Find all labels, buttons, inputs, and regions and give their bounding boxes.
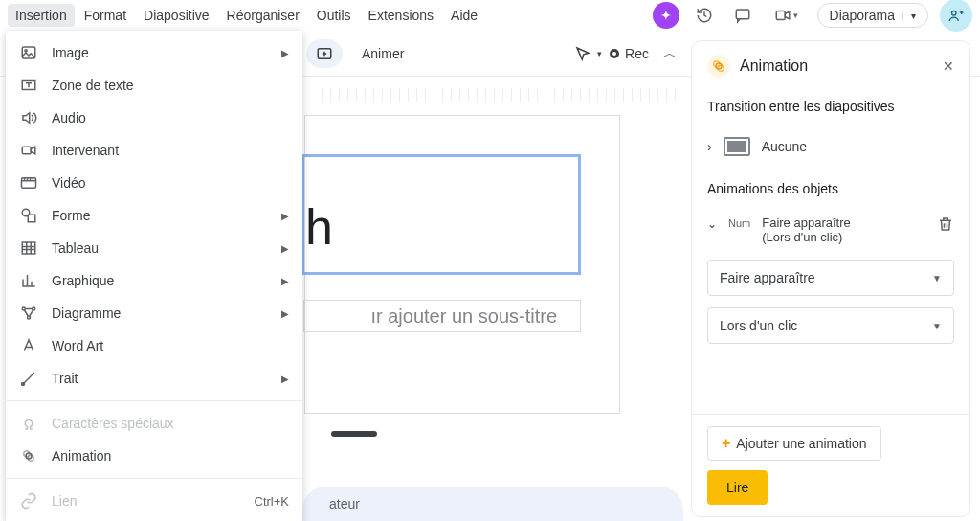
- add-animation-button[interactable]: + Ajouter une animation: [707, 426, 881, 461]
- rec-button[interactable]: Rec: [610, 46, 649, 61]
- animation-panel-body: Transition entre les diapositives › Aucu…: [692, 91, 969, 414]
- menu-format[interactable]: Format: [77, 4, 134, 27]
- diagram-icon: [19, 304, 38, 323]
- trigger-select-value: Lors d'un clic: [720, 318, 797, 333]
- obj-effect-name: Faire apparaître: [762, 215, 925, 230]
- dd-intervenant-label: Intervenant: [52, 143, 289, 158]
- dd-trait[interactable]: Trait ▶: [6, 362, 302, 395]
- animation-header-icon: [707, 55, 730, 78]
- menubar: Insertion Format Diapositive Réorganiser…: [0, 0, 980, 31]
- dd-caracteres-label: Caractères spéciaux: [52, 416, 289, 431]
- svg-marker-2: [785, 11, 790, 19]
- submenu-arrow-icon: ▶: [281, 243, 289, 254]
- subtitle-textbox[interactable]: ır ajouter un sous-titre: [303, 300, 581, 332]
- history-icon[interactable]: [691, 2, 718, 29]
- effect-select[interactable]: Faire apparaître ▼: [707, 260, 954, 296]
- menu-reorganiser[interactable]: Réorganiser: [219, 4, 307, 27]
- dd-wordart[interactable]: Word Art: [6, 329, 302, 362]
- collapse-toolbar-icon[interactable]: ︿: [657, 40, 683, 67]
- svg-rect-13: [28, 215, 35, 222]
- dd-commentaire[interactable]: Commentaire Ctrl+Alt+M: [6, 517, 302, 518]
- dd-animation[interactable]: Animation: [6, 440, 302, 472]
- dd-video[interactable]: Vidéo: [6, 167, 302, 199]
- play-button[interactable]: Lire: [707, 470, 768, 505]
- speaker-notes-bar[interactable]: ateur: [302, 487, 683, 521]
- expand-icon[interactable]: ›: [707, 139, 712, 154]
- svg-rect-1: [776, 11, 785, 20]
- submenu-arrow-icon: ▶: [281, 48, 289, 58]
- dd-trait-label: Trait: [52, 371, 268, 386]
- dd-diagramme[interactable]: Diagramme ▶: [6, 297, 302, 329]
- delete-animation-icon[interactable]: [937, 215, 954, 236]
- diaporama-button[interactable]: Diaporama ▾: [817, 3, 928, 28]
- menu-outils[interactable]: Outils: [309, 4, 359, 27]
- menu-aide[interactable]: Aide: [443, 4, 485, 27]
- add-animation-label: Ajouter une animation: [736, 436, 866, 451]
- submenu-arrow-icon: ▶: [281, 308, 289, 319]
- slide[interactable]: h ır ajouter un sous-titre: [304, 115, 620, 414]
- pointer-tool[interactable]: ▾: [574, 45, 602, 62]
- obj-trigger-name: (Lors d'un clic): [762, 230, 925, 244]
- dd-intervenant[interactable]: Intervenant: [6, 134, 302, 167]
- title-textbox-selected[interactable]: [301, 154, 581, 275]
- submenu-arrow-icon: ▶: [281, 211, 289, 221]
- num-label: Num: [728, 215, 750, 229]
- horizontal-ruler: [322, 88, 683, 102]
- diaporama-dropdown-icon[interactable]: ▾: [902, 11, 916, 21]
- submenu-arrow-icon: ▶: [281, 374, 289, 384]
- dd-audio[interactable]: Audio: [6, 102, 302, 134]
- shape-icon: [19, 206, 38, 225]
- insertion-dropdown: Image ▶ Zone de texte Audio Intervenant …: [6, 31, 302, 521]
- object-animation-row[interactable]: ⌄ Num Faire apparaître (Lors d'un clic): [707, 212, 954, 260]
- animer-button[interactable]: Animer: [350, 40, 415, 67]
- dd-video-label: Vidéo: [52, 175, 289, 191]
- close-panel-icon[interactable]: ✕: [943, 58, 954, 74]
- svg-point-3: [952, 11, 957, 16]
- dd-tableau-label: Tableau: [52, 240, 268, 256]
- objects-section-title: Animations des objets: [707, 181, 954, 196]
- title-text[interactable]: h: [305, 198, 333, 256]
- top-right-controls: ✦ ▾ Diaporama ▾: [653, 0, 972, 32]
- plus-icon: +: [722, 435, 730, 452]
- dd-graphique[interactable]: Graphique ▶: [6, 264, 302, 297]
- chart-icon: [19, 271, 38, 290]
- separator: [6, 400, 302, 401]
- dd-forme[interactable]: Forme ▶: [6, 199, 302, 232]
- comment-icon[interactable]: [729, 2, 756, 29]
- wordart-icon: [19, 336, 38, 355]
- camera-icon: [19, 141, 38, 160]
- image-icon: [19, 43, 38, 62]
- dd-wordart-label: Word Art: [52, 338, 289, 353]
- menu-extensions[interactable]: Extensions: [361, 4, 441, 27]
- audio-icon: [19, 108, 38, 127]
- transition-row[interactable]: › Aucune: [707, 129, 954, 173]
- menu-insertion[interactable]: Insertion: [8, 4, 75, 27]
- animation-icon: [19, 446, 38, 465]
- animation-panel: Animation ✕ Transition entre les diaposi…: [691, 40, 970, 517]
- dd-tableau[interactable]: Tableau ▶: [6, 232, 302, 264]
- transition-value: Aucune: [762, 139, 807, 154]
- svg-point-6: [25, 50, 27, 52]
- animation-panel-title: Animation: [740, 57, 933, 75]
- add-slide-button[interactable]: [306, 39, 343, 68]
- menu-diapositive[interactable]: Diapositive: [136, 4, 216, 27]
- svg-point-18: [22, 383, 25, 386]
- collapse-icon[interactable]: ⌄: [707, 215, 717, 231]
- dd-zone-texte[interactable]: Zone de texte: [6, 69, 302, 102]
- transition-section-title: Transition entre les diapositives: [707, 99, 954, 114]
- textbox-icon: [19, 76, 38, 95]
- dropdown-arrow-icon: ▼: [932, 273, 942, 283]
- slide-canvas[interactable]: h ır ajouter un sous-titre ateur: [302, 77, 683, 521]
- trigger-select[interactable]: Lors d'un clic ▼: [707, 307, 954, 344]
- resize-handle[interactable]: [331, 431, 377, 437]
- rec-label: Rec: [625, 46, 649, 61]
- object-animation-text: Faire apparaître (Lors d'un clic): [762, 215, 925, 244]
- videocam-icon[interactable]: ▾: [768, 2, 806, 29]
- link-icon: [19, 491, 38, 510]
- dd-lien: Lien Ctrl+K: [6, 485, 302, 517]
- dd-zone-texte-label: Zone de texte: [52, 78, 289, 93]
- effect-select-value: Faire apparaître: [720, 270, 815, 285]
- dd-image[interactable]: Image ▶: [6, 36, 302, 69]
- share-button[interactable]: [940, 0, 972, 32]
- gemini-icon[interactable]: ✦: [653, 2, 679, 29]
